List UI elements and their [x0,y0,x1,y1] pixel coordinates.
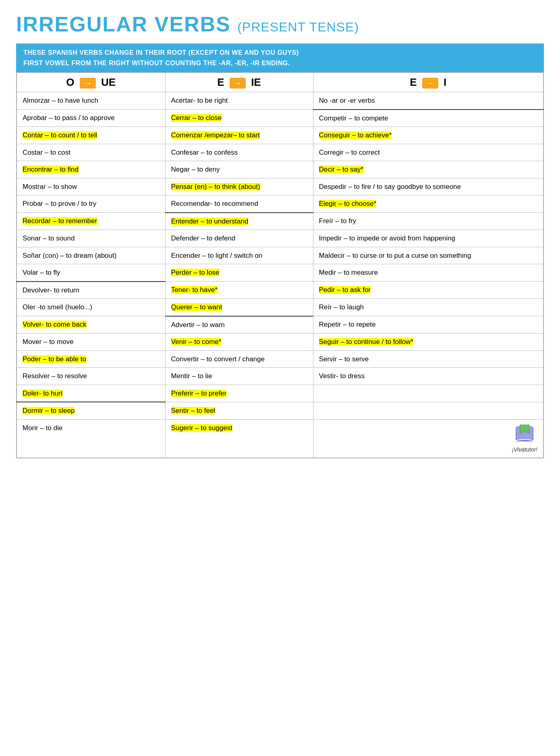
verb-entry: Defender – to defend [165,230,313,247]
vivatutor-text: ¡Vivatutor! [512,445,537,454]
verb-entry-highlighted: Volver- to come back [23,321,87,328]
verb-entry: Medir – to measure [313,264,543,282]
vivatutor-logo: ¡Vivatutor! [512,423,537,454]
verb-entry-highlighted: Contar – to count / to tell [23,131,97,139]
verb-entry: Aprobar – to pass / to approve [17,110,165,127]
verb-entry-highlighted: Poder – to be able to [23,355,86,363]
verb-entry-highlighted: Encontrar – to find [23,166,79,173]
verb-entry: Soñar (con) – to dream (about) [17,247,165,264]
verb-entry-highlighted: Recordar – to remember [23,217,97,225]
info-box: THESE SPANISH VERBS CHANGE IN THEIR ROOT… [16,43,544,72]
page-subtitle: (PRESENT TENSE) [237,20,359,34]
verb-entry: Almorzar – to have lunch [17,92,165,110]
verb-entry: Devolver- to return [17,282,165,299]
verb-entry-highlighted: Sugerir – to suggest [171,424,232,432]
verb-entry: Oler -to smell (huelo...) [17,299,165,316]
verb-entry: No -ar or -er verbs [313,92,543,110]
book-icon [512,423,537,444]
verb-entry-highlighted: Perder – to lose [171,269,220,276]
verb-entry: Impedir – to impede or avoid from happen… [313,230,543,247]
verb-entry: Resolver – to resolve [17,368,165,385]
verb-entry: Confesar – to confess [165,144,313,161]
verb-entry: Volar – to fly [17,264,165,282]
main-table: O → UE E → IE E → I Almorzar – to have l… [16,72,544,458]
verb-entry: Morir – to die [17,419,165,458]
col1-header: O → UE [17,72,165,92]
verb-entry-highlighted: Elegir – to choose* [319,200,377,207]
verb-entry-highlighted: Dormir – to sleep [23,407,75,414]
verb-entry: Mentir – to lie [165,368,313,385]
verb-entry-highlighted: Entender – to understand [171,217,249,225]
verb-entry-highlighted: Cerrar – to close [171,114,222,122]
verb-entry: Advertir – to warn [165,316,313,333]
verb-entry-highlighted: Sentir – to feel [171,407,216,414]
verb-entry: Costar – to cost [17,144,165,161]
verb-entry: Probar – to prove / to try [17,195,165,213]
verb-entry: Convertir – to convert / change [165,350,313,368]
verb-entry: Mover – to move [17,333,165,351]
verb-entry: Despedir – to fire / to say goodbye to s… [313,178,543,195]
verb-entry: Maldecir – to curse or to put a curse on… [313,247,543,264]
verb-entry: Negar – to deny [165,161,313,178]
verb-entry-highlighted: Preferir – to prefer [171,389,227,397]
page-title: IRREGULAR VERBS (PRESENT TENSE) [16,12,544,36]
verb-entry-highlighted: Pedir – to ask for [319,286,371,294]
verb-entry: Repetir – to repete [313,316,543,333]
verb-entry-highlighted: Decir – to say* [319,166,364,173]
verb-entry-highlighted: Pensar (en) – to think (about) [171,183,260,191]
verb-entry-highlighted: Doler- to hurt [23,389,62,397]
verb-entry-highlighted: Tener- to have* [171,286,218,294]
verb-entry: Recomendar- to recommend [165,195,313,213]
col3-header: E → I [313,72,543,92]
verb-entry: Acertar- to be right [165,92,313,110]
verb-entry: Mostrar – to show [17,178,165,195]
verb-entry-highlighted: Comenzar /empezar– to start [171,131,260,139]
verb-entry: Freír – to fry [313,213,543,230]
verb-entry-highlighted: Seguir – to continue / to follow* [319,338,413,346]
col2-header: E → IE [165,72,313,92]
verb-entry-highlighted: Conseguir – to achieve* [319,131,392,139]
verb-entry-highlighted: Querer – to want [171,303,222,311]
verb-entry: Corregir – to correct [313,144,543,161]
verb-entry: Vestir- to dress [313,368,543,385]
verb-entry: Reír – to laugh [313,299,543,316]
verb-entry: Servir – to serve [313,350,543,368]
verb-entry-highlighted: Venir – to come* [171,338,222,346]
verb-entry: Competir – to compete [313,110,543,127]
verb-entry: Encender – to light / switch on [165,247,313,264]
logo-cell: ¡Vivatutor! [313,419,543,458]
verb-entry: Sonar – to sound [17,230,165,247]
